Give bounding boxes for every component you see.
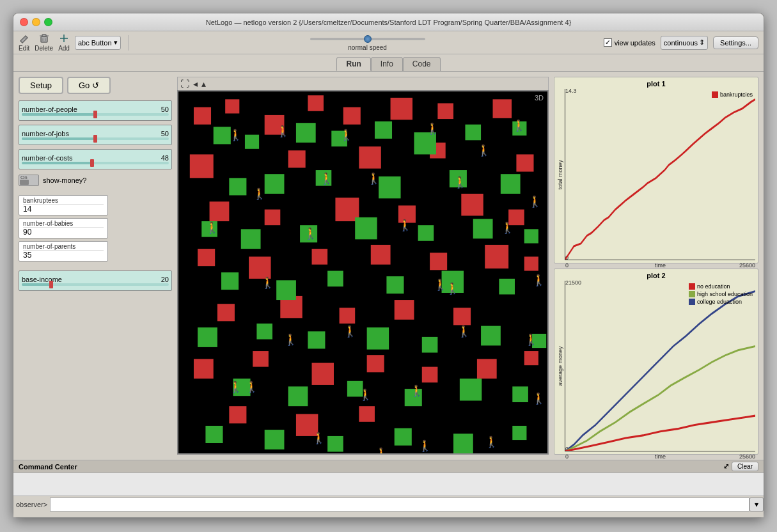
svg-text:🚶: 🚶 — [485, 435, 499, 449]
add-button[interactable]: Add — [58, 33, 70, 52]
svg-rect-79 — [367, 327, 389, 349]
tab-bar: Run Info Code — [13, 54, 764, 72]
plot1-legend: bankruptcies — [712, 91, 753, 98]
minimize-button[interactable] — [32, 18, 40, 26]
plot2-x-min: 0 — [565, 453, 569, 460]
plot1: plot 1 total money 14.3 0 0 25600 time — [554, 77, 758, 263]
speed-thumb[interactable] — [364, 35, 372, 43]
svg-rect-1 — [41, 36, 47, 42]
close-button[interactable] — [20, 18, 28, 26]
continuous-label: continuous — [664, 39, 698, 47]
svg-rect-36 — [340, 308, 356, 324]
monitor-bankruptees: bankruptees 14 — [19, 195, 108, 215]
setup-button[interactable]: Setup — [19, 77, 63, 94]
monitor-babies-value: 90 — [23, 228, 104, 237]
tab-code[interactable]: Code — [403, 57, 441, 71]
svg-text:🚶: 🚶 — [367, 172, 381, 185]
slider-number-of-people[interactable]: number-of-people 50 — [19, 100, 172, 121]
pan-left-icon[interactable]: ◂ — [193, 79, 198, 89]
resize-icon[interactable]: ⛶ — [180, 79, 189, 89]
button-type-dropdown[interactable]: abc Button ▾ — [75, 36, 121, 50]
svg-text:🚶: 🚶 — [229, 380, 243, 394]
plot1-svg — [565, 89, 755, 260]
command-input[interactable] — [50, 497, 750, 512]
svg-text:🚶: 🚶 — [261, 276, 275, 290]
plot2-title: plot 2 — [557, 272, 755, 279]
show-money-toggle[interactable]: On Off — [19, 175, 39, 186]
svg-rect-27 — [198, 249, 215, 266]
svg-text:🚶: 🚶 — [426, 122, 440, 136]
legend-item-no-education: no education — [689, 283, 753, 290]
svg-rect-22 — [265, 210, 281, 226]
show-money-toggle-row: On Off show-money? — [19, 175, 172, 186]
svg-rect-15 — [493, 99, 512, 118]
delete-label: Delete — [35, 45, 53, 52]
slider-costs-label: number-of-costs — [22, 154, 72, 162]
edit-button[interactable]: Edit — [19, 33, 29, 52]
slider-number-of-jobs[interactable]: number-of-jobs 50 — [19, 125, 172, 145]
legend-color-high-school — [689, 291, 695, 297]
svg-rect-71 — [276, 280, 296, 300]
svg-rect-39 — [194, 359, 214, 379]
svg-text:🚶: 🚶 — [205, 221, 219, 235]
svg-rect-92 — [395, 428, 412, 446]
legend-label-high-school: high school education — [697, 291, 753, 297]
svg-text:🚶: 🚶 — [284, 333, 298, 347]
slider-people-thumb[interactable] — [93, 111, 97, 118]
plot1-area: total money 14.3 0 0 25600 time — [557, 89, 755, 260]
legend-label-no-education: no education — [697, 283, 730, 290]
speed-slider[interactable] — [310, 35, 425, 43]
expand-icon[interactable]: ⤢ — [723, 462, 729, 471]
button-type-label: abc Button — [78, 39, 112, 47]
slider-jobs-label: number-of-jobs — [22, 130, 69, 137]
delete-button[interactable]: Delete — [35, 33, 53, 52]
speed-control: normal speed — [137, 35, 599, 51]
slider-number-of-costs[interactable]: number-of-costs 48 — [19, 149, 172, 169]
svg-rect-42 — [367, 355, 384, 372]
slider-jobs-thumb[interactable] — [93, 135, 97, 143]
svg-rect-80 — [422, 337, 438, 353]
continuous-dropdown[interactable]: continuous ⇕ — [661, 36, 708, 50]
slider-income-thumb[interactable] — [49, 281, 53, 288]
command-center-input-row: observer> ▾ — [13, 496, 764, 513]
plot2-svg — [565, 281, 755, 451]
clear-button[interactable]: Clear — [732, 462, 758, 471]
traffic-lights[interactable] — [20, 18, 52, 26]
go-button[interactable]: Go ↺ — [67, 77, 111, 94]
svg-rect-14 — [437, 103, 453, 119]
plot2-x-label: time — [655, 453, 666, 460]
slider-base-income[interactable]: base-income 20 — [19, 270, 172, 291]
svg-rect-45 — [524, 351, 538, 365]
svg-rect-68 — [473, 219, 493, 239]
svg-rect-20 — [516, 154, 533, 171]
svg-rect-54 — [414, 132, 436, 154]
view-updates-checkbox[interactable]: ✓ — [604, 38, 612, 47]
svg-rect-64 — [241, 229, 261, 249]
pan-up-icon[interactable]: ▴ — [201, 79, 206, 89]
svg-text:🚶: 🚶 — [532, 274, 546, 287]
settings-button[interactable]: Settings... — [713, 36, 758, 49]
slider-income-fill — [22, 283, 51, 286]
svg-text:🚶: 🚶 — [320, 172, 334, 185]
svg-text:🚶: 🚶 — [418, 439, 432, 453]
svg-rect-53 — [375, 121, 392, 139]
legend-label-bankruptcies: bankruptcies — [720, 91, 753, 98]
svg-text:🚶: 🚶 — [398, 219, 412, 232]
tab-info[interactable]: Info — [371, 57, 403, 71]
svg-text:🚶: 🚶 — [457, 325, 471, 338]
command-dropdown[interactable]: ▾ — [750, 497, 764, 512]
tab-run[interactable]: Run — [336, 57, 370, 71]
svg-rect-94 — [512, 426, 526, 440]
titlebar: NetLogo — netlogo version 2 {/Users/cmel… — [13, 13, 764, 31]
svg-rect-62 — [501, 174, 521, 194]
svg-rect-88 — [512, 386, 528, 402]
plot2-legend: no education high school education colle… — [689, 283, 753, 305]
svg-rect-21 — [210, 201, 230, 221]
slider-jobs-value: 50 — [161, 130, 169, 137]
plot1-y-label: total money — [557, 89, 563, 260]
svg-text:🚶: 🚶 — [343, 325, 357, 338]
slider-costs-thumb[interactable] — [90, 159, 94, 167]
svg-text:🚶: 🚶 — [477, 144, 491, 157]
plot2-area: average money 21500 0 0 25600 time — [557, 281, 755, 452]
maximize-button[interactable] — [44, 18, 52, 26]
